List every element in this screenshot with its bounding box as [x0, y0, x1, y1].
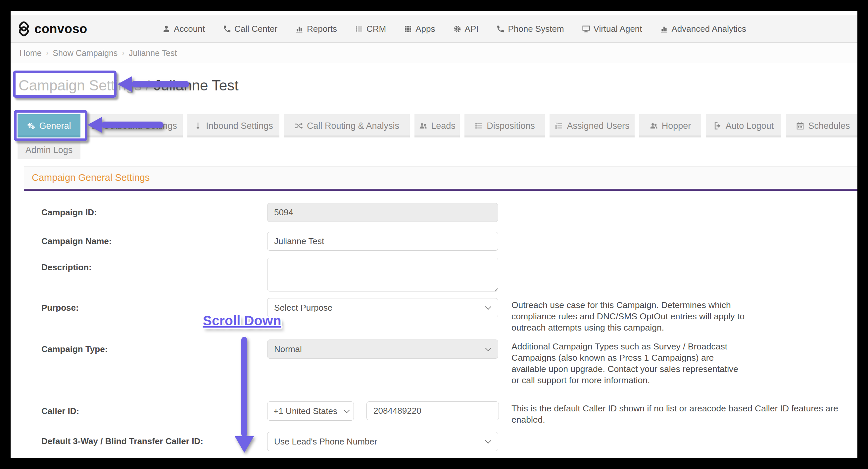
nav-label: Reports	[307, 24, 337, 34]
tab-label: Schedules	[808, 121, 850, 131]
breadcrumb-campaign-name: Julianne Test	[129, 48, 177, 58]
nav-crm[interactable]: CRM	[355, 24, 386, 34]
logo-wordmark: convoso	[34, 22, 87, 36]
convoso-logo[interactable]: convoso	[16, 21, 87, 37]
page-title: Campaign Settings / Julianne Test	[19, 77, 238, 94]
tab-schedules[interactable]: Schedules	[786, 114, 858, 138]
breadcrumb-separator: ›	[122, 49, 124, 58]
nav-label: Apps	[415, 24, 435, 34]
gears-icon	[27, 122, 35, 130]
top-nav-bar: convoso Account Call Center Reports CRM …	[10, 15, 858, 43]
browser-content: convoso Account Call Center Reports CRM …	[10, 11, 858, 458]
form-row-campaign-name: Campaign Name:	[24, 232, 498, 251]
panel-heading-rule	[24, 189, 858, 191]
tab-call-routing-analysis[interactable]: Call Routing & Analysis	[284, 114, 410, 138]
description-label: Description:	[24, 258, 267, 272]
panel-heading-bar: Campaign General Settings	[24, 166, 858, 189]
form-row-description: Description:	[24, 258, 498, 293]
tab-label: Call Routing & Analysis	[307, 121, 399, 131]
tab-label: Leads	[431, 121, 456, 131]
bar-chart-icon	[295, 25, 304, 33]
bar-chart-icon	[660, 25, 669, 33]
nav-advanced-analytics[interactable]: Advanced Analytics	[660, 24, 746, 34]
nav-label: Virtual Agent	[594, 24, 642, 34]
tab-admin-logs[interactable]: Admin Logs	[18, 141, 81, 159]
calendar-icon	[796, 122, 804, 130]
panel-heading: Campaign General Settings	[32, 172, 150, 183]
purpose-select[interactable]: Select Purpose	[267, 298, 498, 317]
tab-inbound-settings[interactable]: Inbound Settings	[187, 114, 279, 138]
nav-label: Call Center	[235, 24, 277, 34]
nav-phone-system[interactable]: Phone System	[496, 24, 564, 34]
desktop-icon	[582, 25, 590, 33]
nav-label: CRM	[367, 24, 386, 34]
tab-hopper[interactable]: Hopper	[639, 114, 701, 138]
campaign-name-field[interactable]	[267, 232, 498, 251]
campaign-type-label: Campaign Type:	[24, 340, 267, 354]
convoso-knot-icon	[16, 21, 32, 37]
form-row-caller-id: Caller ID: +1 United States This is the …	[24, 402, 852, 425]
breadcrumb-show-campaigns[interactable]: Show Campaigns	[53, 48, 118, 58]
nav-label: Advanced Analytics	[672, 24, 746, 34]
nav-api[interactable]: API	[453, 24, 479, 34]
tab-assigned-users[interactable]: Assigned Users	[550, 114, 634, 138]
shuffle-icon	[294, 122, 303, 130]
tab-dispositions[interactable]: Dispositions	[464, 114, 545, 138]
nav-reports[interactable]: Reports	[295, 24, 337, 34]
nav-label: API	[465, 24, 479, 34]
description-field[interactable]	[267, 258, 498, 291]
tab-general[interactable]: General	[18, 114, 81, 138]
main-menu: Account Call Center Reports CRM Apps API	[162, 15, 746, 42]
transfer-caller-id-select[interactable]: Use Lead's Phone Number	[267, 432, 498, 451]
tab-auto-logout[interactable]: Auto Logout	[706, 114, 781, 138]
upload-icon	[91, 122, 99, 130]
form-row-purpose: Purpose: Select Purpose Outreach use cas…	[24, 298, 745, 333]
phone-icon	[496, 25, 504, 33]
campaign-general-settings-panel: Campaign General Settings Campaign ID: C…	[24, 166, 858, 458]
form-row-transfer-caller-id: Default 3-Way / Blind Transfer Caller ID…	[24, 432, 498, 451]
tab-leads[interactable]: Leads	[414, 114, 460, 138]
breadcrumb-home[interactable]: Home	[20, 48, 42, 58]
tab-label: Dispositions	[487, 121, 535, 131]
settings-tabs: General Outbound Settings Inbound Settin…	[18, 114, 858, 138]
page-title-prefix: Campaign Settings /	[19, 77, 154, 93]
page-title-campaign-name: Julianne Test	[154, 77, 238, 93]
long-arrow-down-icon	[194, 122, 202, 130]
nav-label: Account	[174, 24, 205, 34]
users-icon	[650, 122, 658, 130]
breadcrumb: Home › Show Campaigns › Julianne Test	[10, 43, 858, 63]
tab-outbound-settings[interactable]: Outbound Settings	[85, 114, 183, 138]
form-row-campaign-type: Campaign Type: Normal Additional Campaig…	[24, 340, 745, 386]
campaign-id-label: Campaign ID:	[24, 207, 267, 217]
tab-label: Outbound Settings	[103, 121, 177, 131]
tab-label: Assigned Users	[567, 121, 629, 131]
transfer-caller-id-label: Default 3-Way / Blind Transfer Caller ID…	[24, 436, 267, 446]
tab-label: Hopper	[662, 121, 691, 131]
nav-virtual-agent[interactable]: Virtual Agent	[582, 24, 642, 34]
sign-out-icon	[713, 122, 722, 130]
caller-id-number-field[interactable]	[367, 402, 499, 420]
tab-label: Admin Logs	[26, 145, 73, 155]
form-row-campaign-id: Campaign ID:	[24, 203, 498, 222]
tab-label: Auto Logout	[726, 121, 774, 131]
purpose-help-text: Outreach use case for this Campaign. Det…	[512, 298, 745, 333]
nav-apps[interactable]: Apps	[404, 24, 435, 34]
nav-label: Phone System	[508, 24, 564, 34]
grid-icon	[404, 25, 412, 33]
campaign-type-select: Normal	[267, 340, 498, 359]
user-icon	[162, 25, 170, 33]
screenshot-root: convoso Account Call Center Reports CRM …	[0, 0, 868, 469]
breadcrumb-separator: ›	[46, 49, 49, 58]
campaign-id-field	[267, 203, 498, 222]
caller-id-country-select[interactable]: +1 United States	[267, 402, 354, 421]
list-icon	[355, 25, 363, 33]
nav-account[interactable]: Account	[162, 24, 205, 34]
users-icon	[419, 122, 427, 130]
campaign-type-help-text: Additional Campaign Types such as Survey…	[512, 340, 745, 386]
nav-call-center[interactable]: Call Center	[223, 24, 277, 34]
tab-label: Inbound Settings	[206, 121, 273, 131]
purpose-label: Purpose:	[24, 298, 267, 313]
phone-icon	[223, 25, 231, 33]
gear-icon	[453, 25, 462, 33]
list-ol-icon	[555, 122, 563, 130]
